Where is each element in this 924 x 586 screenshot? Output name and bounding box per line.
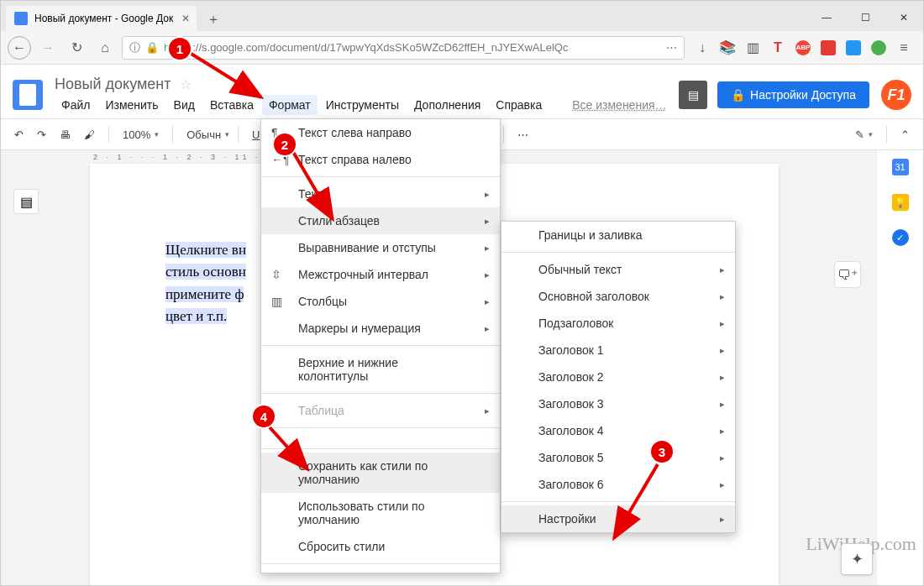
- menu-item-ltr[interactable]: ¶→Текст слева направо: [261, 119, 500, 146]
- marker-3: 3: [651, 441, 673, 463]
- paragraph-styles-submenu: Границы и заливка Обычный текст Основной…: [501, 221, 736, 533]
- menu-item-h3[interactable]: Заголовок 3: [501, 390, 735, 417]
- tasks-icon[interactable]: ✓: [892, 229, 909, 246]
- star-icon[interactable]: ☆: [180, 76, 192, 92]
- menu-item-borders[interactable]: Границы и заливка: [501, 222, 735, 249]
- undo-button[interactable]: ↶: [9, 125, 29, 144]
- reader-mode-icon[interactable]: ⋯: [666, 41, 677, 54]
- menu-item-normal-text[interactable]: Обычный текст: [501, 256, 735, 283]
- format-dropdown: ¶→Текст слева направо ←¶Текст справа нал…: [260, 118, 501, 573]
- f1-logo: F1: [881, 80, 911, 110]
- menu-item-settings[interactable]: Настройки: [501, 505, 735, 532]
- menu-item-rtl[interactable]: ←¶Текст справа налево: [261, 146, 500, 173]
- ext-abp-icon[interactable]: ABP: [795, 40, 811, 55]
- menu-file[interactable]: Файл: [55, 95, 97, 115]
- menu-item-use-default[interactable]: Использовать стили по умолчанию: [261, 493, 500, 533]
- menu-item-reset[interactable]: Сбросить стили: [261, 533, 500, 560]
- menu-tools[interactable]: Инструменты: [319, 95, 406, 115]
- add-comment-button[interactable]: 🗨⁺: [834, 261, 861, 288]
- browser-tab-strip: Новый документ - Google Док ✕ ＋ — ☐ ✕: [1, 1, 923, 31]
- print-button[interactable]: 🖶: [55, 125, 76, 144]
- changes-link[interactable]: Все изменения…: [565, 95, 673, 115]
- menu-item-line-spacing[interactable]: ⇳Межстрочный интервал: [261, 261, 500, 288]
- ext-blue-icon[interactable]: [846, 40, 861, 55]
- info-icon: ⓘ: [129, 40, 140, 55]
- menu-item-align[interactable]: Выравнивание и отступы: [261, 234, 500, 261]
- browser-toolbar: ← → ↻ ⌂ ⓘ 🔒 https ://s.google.com/docume…: [1, 31, 923, 65]
- close-button[interactable]: ✕: [885, 4, 923, 31]
- minimize-button[interactable]: —: [807, 4, 846, 31]
- marker-1: 1: [169, 38, 191, 60]
- ext-green-icon[interactable]: [871, 40, 886, 55]
- maximize-button[interactable]: ☐: [846, 4, 885, 31]
- menu-view[interactable]: Вид: [167, 95, 202, 115]
- close-icon[interactable]: ✕: [181, 13, 190, 24]
- url-text: ://s.google.com/document/d/17wpwYqXdsSKo…: [192, 41, 568, 54]
- new-tab-button[interactable]: ＋: [202, 8, 225, 31]
- paint-format-button[interactable]: 🖌: [79, 125, 100, 144]
- redo-button[interactable]: ↷: [32, 125, 51, 144]
- side-panel: 31 💡 ✓: [876, 150, 923, 585]
- lock-icon: 🔒: [731, 88, 745, 102]
- library-icon[interactable]: 📚: [720, 40, 735, 55]
- extension-icons: ↓ 📚 ▥ T ABP ≡: [690, 40, 916, 55]
- home-button[interactable]: ⌂: [93, 36, 117, 60]
- menu-item-h1[interactable]: Заголовок 1: [501, 337, 735, 364]
- download-icon[interactable]: ↓: [695, 40, 710, 55]
- menu-item-title[interactable]: Основной заголовок: [501, 283, 735, 310]
- marker-4: 4: [253, 405, 275, 427]
- window-controls: — ☐ ✕: [807, 4, 923, 31]
- menu-item-h5[interactable]: Заголовок 5: [501, 444, 735, 471]
- menu-item-h6[interactable]: Заголовок 6: [501, 471, 735, 498]
- marker-2: 2: [274, 133, 296, 155]
- menu-item-bullets[interactable]: Маркеры и нумерация: [261, 315, 500, 342]
- menu-addons[interactable]: Дополнения: [407, 95, 487, 115]
- keep-icon[interactable]: 💡: [892, 194, 909, 211]
- more-button[interactable]: ⋯: [512, 125, 533, 144]
- editing-mode-button[interactable]: ✎: [850, 125, 878, 144]
- browser-tab[interactable]: Новый документ - Google Док ✕: [6, 6, 197, 31]
- back-button[interactable]: ←: [8, 36, 31, 60]
- menu-format[interactable]: Формат: [262, 95, 318, 115]
- tab-title: Новый документ - Google Док: [34, 13, 173, 24]
- share-button[interactable]: 🔒 Настройки Доступа: [717, 81, 869, 108]
- docs-menu-bar: Файл Изменить Вид Вставка Формат Инструм…: [55, 95, 679, 115]
- url-bar[interactable]: ⓘ 🔒 https ://s.google.com/document/d/17w…: [122, 36, 685, 60]
- menu-item-save-default[interactable]: Сохранить как стили по умолчанию: [261, 453, 500, 493]
- docs-logo[interactable]: [13, 80, 43, 110]
- menu-edit[interactable]: Изменить: [98, 95, 165, 115]
- menu-item-headers-footers[interactable]: Верхние и нижние колонтитулы: [261, 349, 500, 390]
- ext-t-icon[interactable]: T: [770, 40, 785, 55]
- comments-button[interactable]: ▤: [679, 81, 707, 109]
- menu-item-h2[interactable]: Заголовок 2: [501, 364, 735, 390]
- columns-icon: ▥: [271, 295, 282, 308]
- hide-menus-button[interactable]: ⌃: [895, 125, 915, 144]
- menu-item-paragraph-styles[interactable]: Стили абзацев: [261, 207, 500, 234]
- document-title[interactable]: Новый документ: [55, 76, 171, 93]
- docs-header: Новый документ ☆ Файл Изменить Вид Встав…: [1, 65, 923, 118]
- ext-red-icon[interactable]: [821, 40, 836, 55]
- share-label: Настройки Доступа: [750, 88, 856, 102]
- reload-button[interactable]: ↻: [65, 36, 88, 60]
- forward-button[interactable]: →: [36, 36, 60, 60]
- menu-item-columns[interactable]: ▥Столбцы: [261, 288, 500, 315]
- menu-item-text[interactable]: Текст: [261, 181, 500, 207]
- style-select[interactable]: Обычн: [181, 125, 234, 144]
- outline-toggle[interactable]: ▤: [13, 189, 39, 214]
- zoom-select[interactable]: 100%: [118, 125, 164, 144]
- browser-menu-icon[interactable]: ≡: [896, 40, 911, 55]
- menu-item-table[interactable]: Таблица: [261, 397, 500, 424]
- menu-item-subtitle[interactable]: Подзаголовок: [501, 310, 735, 337]
- menu-help[interactable]: Справка: [489, 95, 549, 115]
- lock-icon: 🔒: [145, 41, 159, 54]
- explore-button[interactable]: ✦: [841, 543, 873, 575]
- menu-item-h4[interactable]: Заголовок 4: [501, 417, 735, 444]
- sidebar-icon[interactable]: ▥: [745, 40, 760, 55]
- calendar-icon[interactable]: 31: [892, 159, 909, 175]
- menu-insert[interactable]: Вставка: [203, 95, 260, 115]
- docs-favicon: [14, 12, 28, 25]
- line-spacing-icon: ⇳: [271, 268, 281, 281]
